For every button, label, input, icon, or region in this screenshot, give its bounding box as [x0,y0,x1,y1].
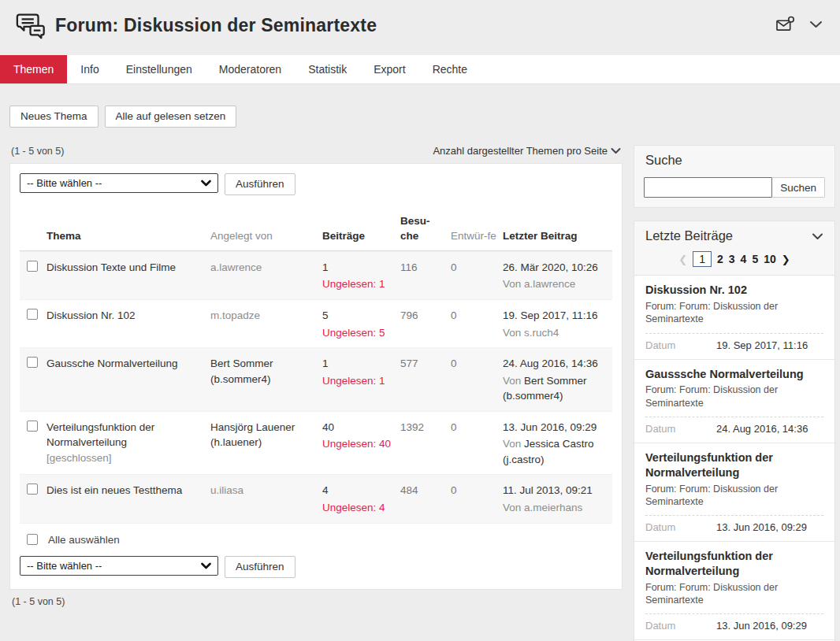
tab-themen[interactable]: Themen [0,55,67,83]
creator-link[interactable]: Bert Sommer (b.sommer4) [210,356,321,387]
last-post-date: 19. Sep 2017, 11:16 [503,308,608,324]
search-button[interactable]: Suchen [772,177,825,198]
mark-all-read-button[interactable]: Alle auf gelesen setzen [105,106,237,128]
tab-moderatoren[interactable]: Moderatoren [206,55,295,83]
execute-button-bottom[interactable]: Ausführen [225,556,295,578]
tab-einstellungen[interactable]: Einstellungen [113,55,206,83]
col-header-letzter-beitrag[interactable]: Letzter Beitrag [503,229,612,243]
recent-post-item: Gausssche Normalverteilung Forum: Forum:… [634,360,834,443]
visits-count: 796 [400,308,449,324]
bulk-action-select-top[interactable]: -- Bitte wählen -- [20,173,218,193]
row-checkbox[interactable] [27,261,38,272]
page-title: Forum: Diskussion der Seminartexte [55,15,377,36]
recent-post-title[interactable]: Gausssche Normalverteilung [645,367,823,382]
recent-posts-title: Letzte Beiträge [645,228,733,243]
topics-panel: -- Bitte wählen -- Ausführen Thema Angel… [9,163,623,590]
forum-icon [14,9,47,41]
search-panel: Suche Suchen [634,145,835,208]
pagination-next-icon[interactable]: ❯ [782,254,790,265]
recent-post-title[interactable]: Verteilungsfunktion der Normalverteilung [645,450,823,480]
bulk-action-select-top-value: -- Bitte wählen -- [27,177,102,189]
toolbar: Neues Thema Alle auf gelesen setzen [9,106,840,128]
recent-post-item: Verteilungsfunktion der Normalverteilung… [634,443,834,542]
bulk-action-select-bottom[interactable]: -- Bitte wählen -- [20,556,218,576]
drafts-count: 0 [451,356,501,372]
select-all-label[interactable]: Alle auswählen [48,534,120,546]
creator-cell: u.iliasa [210,483,321,498]
pagination-prev-icon[interactable]: ❮ [678,254,687,265]
last-post-author: s.ruch4 [524,327,559,339]
recent-post-date: 19. Sep 2017, 11:16 [716,339,808,351]
search-input[interactable] [644,177,772,198]
table-row: Verteilungsfunktion der Normalverteilung… [20,411,612,475]
von-label: Von [503,438,524,450]
collapse-chevron-icon[interactable] [812,232,823,240]
pagination-page-10[interactable]: 10 [764,253,776,265]
pagination-page-3[interactable]: 3 [729,253,735,265]
table-row: Dies ist ein neues Testthema u.iliasa 4 … [20,474,612,522]
date-label: Datum [645,339,716,351]
page-header: Forum: Diskussion der Seminartexte [0,0,840,47]
chevron-down-icon [611,147,621,154]
unread-count: Ungelesen: 1 [322,276,394,292]
topic-link[interactable]: Verteilungsfunktion der Normalverteilung [46,421,154,449]
von-label: Von [503,327,524,339]
col-header-thema[interactable]: Thema [46,229,209,243]
last-post-author: a.meierhans [524,502,582,513]
select-all-checkbox[interactable] [27,534,38,545]
subscribe-envelope-icon[interactable] [775,16,795,33]
posts-count: 1 [322,260,394,276]
per-page-label: Anzahl dargestellter Themen pro Seite [433,145,608,157]
creator-cell: a.lawrence [210,260,321,276]
posts-count: 40 [322,420,394,435]
row-checkbox[interactable] [27,484,38,495]
tab-export[interactable]: Export [360,55,418,83]
pagination-page-2[interactable]: 2 [717,253,723,265]
visits-count: 1392 [400,420,449,435]
col-header-angelegt-von[interactable]: Angelegt von [210,229,321,243]
von-label: Von [503,375,524,387]
per-page-dropdown[interactable]: Anzahl dargestellter Themen pro Seite [433,145,621,157]
pagination-page-1[interactable]: 1 [693,251,712,267]
pagination-page-5[interactable]: 5 [752,253,758,265]
recent-post-date: 13. Jun 2016, 09:29 [716,521,807,533]
table-row: Gaussche Normalverteilung Bert Sommer (b… [20,347,612,411]
topic-link[interactable]: Dies ist ein neues Testthema [46,484,182,496]
recent-post-title[interactable]: Verteilungsfunktion der Normalverteilung [645,549,823,579]
unread-count: Ungelesen: 4 [322,500,394,516]
col-header-entwuerfe[interactable]: Entwür-fe [451,229,501,243]
tab-info[interactable]: Info [67,55,112,83]
unread-count: Ungelesen: 40 [322,436,394,452]
pagination-page-4[interactable]: 4 [741,253,747,265]
row-checkbox[interactable] [27,357,38,368]
recent-pagination: ❮ 1 2 3 4 5 10 ❯ [634,250,834,275]
date-label: Datum [645,423,716,435]
unread-count: Ungelesen: 1 [322,373,394,389]
tab-rechte[interactable]: Rechte [419,55,481,83]
result-range-bottom: (1 - 5 von 5) [12,596,623,607]
topic-link[interactable]: Gaussche Normalverteilung [46,358,178,369]
recent-post-title[interactable]: Diskussion Nr. 102 [645,283,823,298]
last-post-author: a.lawrence [524,278,575,290]
topic-link[interactable]: Diskussion Texte und Filme [46,261,176,273]
topic-link[interactable]: Diskussion Nr. 102 [46,309,136,321]
new-topic-button[interactable]: Neues Thema [9,106,98,128]
unread-count: Ungelesen: 5 [322,325,394,341]
row-checkbox[interactable] [27,421,38,432]
last-post-date: 11. Jul 2013, 09:21 [503,483,608,498]
closed-badge: [geschlossen] [46,450,204,466]
visits-count: 484 [400,483,449,498]
recent-posts-panel: Letzte Beiträge ❮ 1 2 3 4 5 10 ❯ Diskuss… [634,220,835,641]
tab-statistik[interactable]: Statistik [295,55,360,83]
execute-button-top[interactable]: Ausführen [225,173,295,195]
col-header-beitraege[interactable]: Beiträge [322,229,399,243]
recent-post-date: 24. Aug 2016, 14:36 [716,423,808,435]
recent-post-date: 13. Jun 2016, 09:29 [716,620,807,632]
creator-link[interactable]: Hansjörg Lauener (h.lauener) [210,420,321,450]
last-post-date: 24. Aug 2016, 14:36 [503,356,608,372]
col-header-besuche[interactable]: Besu-che [400,214,449,243]
row-checkbox[interactable] [27,309,38,320]
drafts-count: 0 [451,483,501,498]
drafts-count: 0 [451,420,501,435]
header-chevron-down-icon[interactable] [809,20,823,29]
